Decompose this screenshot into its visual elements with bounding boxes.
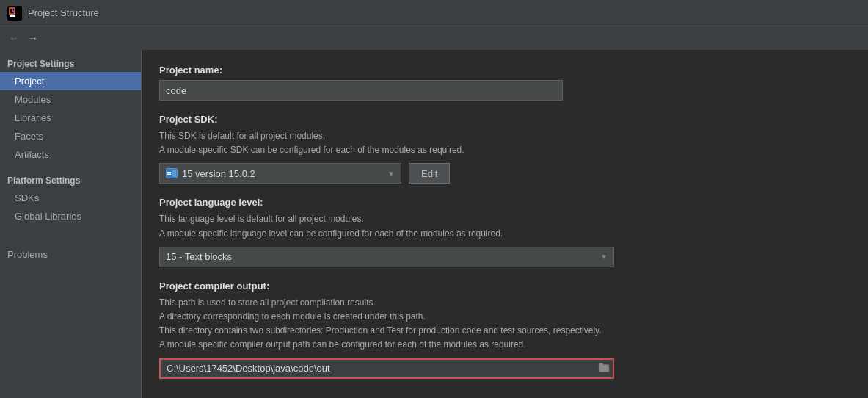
back-arrow[interactable]: ← [6,31,22,46]
title-bar: Project Structure [0,0,868,26]
nav-arrows: ← → [0,26,868,50]
sidebar-item-artifacts[interactable]: Artifacts [0,145,141,164]
main-layout: Project Settings Project Modules Librari… [0,50,868,398]
svg-rect-1 [10,15,15,17]
sidebar-item-global-libraries[interactable]: Global Libraries [0,207,141,225]
sidebar-item-project[interactable]: Project [0,72,141,90]
forward-arrow[interactable]: → [25,31,41,46]
sidebar-item-modules[interactable]: Modules [0,90,141,109]
content-area: Project name: Project SDK: This SDK is d… [142,50,868,398]
project-lang-section: Project language level: This language le… [159,197,850,267]
sidebar-item-facets[interactable]: Facets [0,127,141,145]
sidebar-item-sdks[interactable]: SDKs [0,189,141,207]
project-name-section: Project name: [159,65,850,101]
sidebar: Project Settings Project Modules Librari… [0,50,142,398]
compiler-output-input[interactable] [159,358,614,379]
folder-icon[interactable] [598,362,610,375]
project-sdk-desc: This SDK is default for all project modu… [159,129,850,157]
compiler-output-desc: This path is used to store all project c… [159,296,850,352]
sdk-icon [166,168,178,178]
platform-settings-label: Platform Settings [0,170,141,189]
title-bar-text: Project Structure [28,7,99,18]
sdk-value: 15 version 15.0.2 [182,168,255,179]
project-name-label: Project name: [159,65,850,76]
lang-dropdown[interactable]: 15 - Text blocks ▼ [159,247,614,267]
sdk-dropdown[interactable]: 15 version 15.0.2 ▼ [159,163,401,184]
lang-dropdown-arrow: ▼ [600,253,608,261]
project-sdk-label: Project SDK: [159,114,850,125]
project-sdk-section: Project SDK: This SDK is default for all… [159,114,850,184]
lang-value: 15 - Text blocks [166,251,232,262]
sdk-dropdown-arrow: ▼ [387,170,395,178]
project-name-input[interactable] [159,80,563,101]
sdk-row: 15 version 15.0.2 ▼ Edit [159,163,850,184]
compiler-output-label: Project compiler output: [159,281,850,292]
project-settings-label: Project Settings [0,53,141,72]
svg-rect-5 [167,172,171,173]
sidebar-item-problems[interactable]: Problems [0,243,141,264]
project-lang-label: Project language level: [159,197,850,208]
intellij-logo [7,6,22,21]
project-lang-desc: This language level is default for all p… [159,212,850,240]
svg-rect-6 [167,174,171,176]
edit-button[interactable]: Edit [409,163,450,184]
sidebar-item-libraries[interactable]: Libraries [0,109,141,127]
compiler-output-wrapper [159,358,614,379]
svg-rect-7 [172,170,176,177]
compiler-output-section: Project compiler output: This path is us… [159,281,850,379]
